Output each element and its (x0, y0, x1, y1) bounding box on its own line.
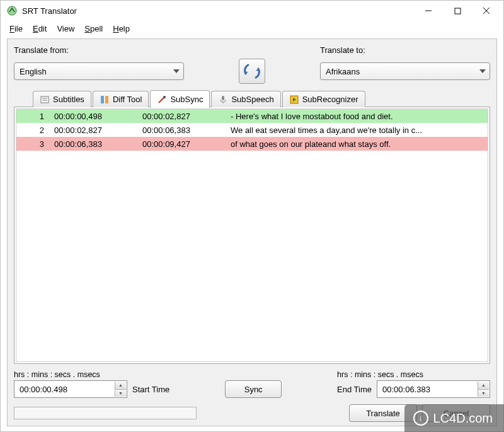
download-icon: ↓ (413, 411, 428, 426)
diff-icon (100, 95, 110, 105)
maximize-button[interactable] (443, 1, 472, 20)
row-end-time: 00:00:02,827 (142, 112, 231, 121)
watermark-text: LC4D.com (433, 411, 493, 426)
translate-to-select[interactable]: Afrikaans (320, 62, 490, 80)
time-format-label-left: hrs : mins : secs . msecs (14, 370, 169, 379)
spinner-buttons[interactable]: ▲▼ (115, 382, 126, 397)
row-start-time: 00:00:02,827 (54, 126, 142, 135)
svg-point-13 (163, 96, 166, 98)
language-controls-row: English Afrikaans (14, 59, 490, 84)
spinner-buttons[interactable]: ▲▼ (478, 382, 489, 397)
svg-rect-10 (101, 96, 104, 103)
menu-edit[interactable]: Edit (28, 23, 52, 35)
svg-rect-2 (455, 8, 461, 14)
row-text: - Here's what I love mostabout food and … (231, 112, 485, 121)
row-end-time: 00:00:09,427 (142, 139, 231, 149)
menu-view[interactable]: View (52, 23, 79, 35)
tab-label: SubSpeech (231, 95, 273, 104)
tab-subtitles[interactable]: Subtitles (33, 91, 91, 107)
svg-rect-14 (222, 96, 224, 100)
translate-from-select[interactable]: English (14, 62, 184, 80)
chevron-down-icon (173, 69, 180, 73)
subsync-icon (157, 95, 167, 105)
menu-bar: File Edit View Spell Help (1, 21, 503, 36)
tab-label: Subtitles (53, 95, 84, 104)
tab-subrecognizer[interactable]: SubRecognizer (282, 91, 365, 107)
app-icon (7, 6, 17, 16)
spinner-down-icon[interactable]: ▼ (478, 390, 489, 397)
progress-bar (14, 407, 197, 419)
tab-diff-tool[interactable]: Diff Tool (93, 91, 149, 107)
watermark: ↓ LC4D.com (404, 404, 504, 432)
subtitles-icon (40, 95, 50, 105)
menu-file[interactable]: File (4, 23, 28, 35)
translate-to-label: Translate to: (320, 45, 490, 55)
main-panel: Translate from: Translate to: English (7, 38, 497, 426)
tab-label: Diff Tool (113, 95, 142, 104)
translate-to-value: Afrikaans (326, 67, 360, 76)
svg-rect-11 (105, 96, 108, 103)
translate-from-label: Translate from: (14, 45, 69, 55)
row-end-time: 00:00:06,383 (142, 126, 231, 135)
end-time-label: End Time (337, 385, 372, 394)
row-text: We all eat several times a day,and we're… (231, 126, 485, 135)
row-text: of what goes on our plateand what stays … (231, 139, 485, 149)
spinner-up-icon[interactable]: ▲ (115, 382, 126, 390)
svg-rect-7 (41, 96, 49, 103)
minimize-button[interactable] (414, 1, 443, 20)
language-labels-row: Translate from: Translate to: (14, 45, 490, 55)
table-row[interactable]: 300:00:06,38300:00:09,427of what goes on… (16, 137, 488, 151)
window-controls (414, 1, 501, 20)
sync-button[interactable]: Sync (225, 380, 282, 398)
tab-label: SubRecognizer (302, 95, 358, 104)
time-format-label-right: hrs : mins : secs . msecs (337, 370, 423, 379)
row-start-time: 00:00:06,383 (54, 139, 142, 149)
subtitle-table[interactable]: 100:00:00,49800:00:02,827- Here's what I… (14, 107, 490, 364)
tab-subsync[interactable]: SubSync (150, 90, 210, 108)
spinner-down-icon[interactable]: ▼ (115, 390, 126, 397)
end-time-value: 00:00:06.383 (382, 385, 430, 394)
title-bar: SRT Translator (1, 1, 503, 21)
table-row[interactable]: 200:00:02,82700:00:06,383We all eat seve… (16, 123, 488, 137)
menu-spell[interactable]: Spell (79, 23, 108, 35)
time-controls-row: hrs : mins : secs . msecs 00:00:00.498 ▲… (14, 370, 490, 398)
start-time-label: Start Time (132, 385, 169, 394)
row-index: 3 (16, 139, 54, 149)
recognizer-icon (289, 95, 299, 105)
menu-help[interactable]: Help (108, 23, 135, 35)
translate-from-value: English (20, 67, 47, 76)
spinner-up-icon[interactable]: ▲ (478, 382, 489, 390)
close-button[interactable] (472, 1, 501, 20)
swap-languages-button[interactable] (239, 59, 265, 84)
tabs-bar: Subtitles Diff Tool SubSync SubSpeech Su… (14, 90, 490, 107)
app-window: SRT Translator File Edit View Spell Help… (0, 0, 504, 432)
end-time-spinner[interactable]: 00:00:06.383 ▲▼ (377, 380, 490, 398)
window-title: SRT Translator (22, 6, 414, 16)
start-time-spinner[interactable]: 00:00:00.498 ▲▼ (14, 380, 127, 398)
chevron-down-icon (479, 69, 486, 73)
tab-subspeech[interactable]: SubSpeech (211, 91, 280, 107)
tab-label: SubSync (170, 95, 203, 104)
row-start-time: 00:00:00,498 (54, 112, 142, 121)
table-row[interactable]: 100:00:00,49800:00:02,827- Here's what I… (16, 109, 488, 123)
row-index: 1 (16, 112, 54, 121)
row-index: 2 (16, 126, 54, 135)
microphone-icon (218, 95, 228, 105)
start-time-value: 00:00:00.498 (20, 385, 67, 394)
